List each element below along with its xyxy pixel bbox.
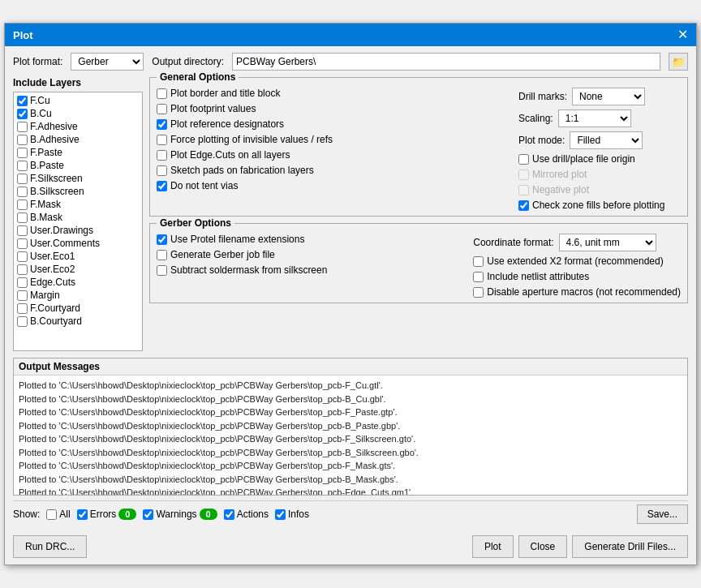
layer-checkbox[interactable] — [17, 238, 28, 249]
disable-aperture-checkbox[interactable] — [473, 287, 484, 298]
output-message-line: Plotted to 'C:\Users\hbowd\Desktop\nixie… — [19, 432, 682, 446]
plot-edge-cuts-checkbox[interactable] — [157, 150, 167, 161]
plot-footprint-values-checkbox[interactable] — [157, 104, 167, 114]
plot-ref-designators-checkbox[interactable] — [157, 119, 167, 130]
output-message-line: Plotted to 'C:\Users\hbowd\Desktop\nixie… — [19, 406, 682, 419]
layer-checkbox[interactable] — [17, 277, 28, 288]
filter-infos-checkbox[interactable] — [275, 509, 286, 520]
layer-name: B.Mask — [30, 212, 62, 223]
generate-job-file-checkbox[interactable] — [157, 250, 167, 260]
folder-browse-button[interactable]: 📁 — [669, 53, 688, 71]
layer-checkbox[interactable] — [17, 187, 28, 197]
output-message-line: Plotted to 'C:\Users\hbowd\Desktop\nixie… — [19, 459, 682, 473]
filter-actions-checkbox[interactable] — [224, 509, 234, 520]
output-message-line: Plotted to 'C:\Users\hbowd\Desktop\nixie… — [19, 473, 682, 487]
layer-checkbox[interactable] — [17, 316, 28, 327]
layer-checkbox[interactable] — [17, 264, 28, 275]
mirrored-plot-checkbox[interactable] — [518, 170, 529, 180]
plot-format-select[interactable]: Gerber PostScript SVG DXF HPGL PDF — [71, 53, 144, 71]
force-plotting-checkbox[interactable] — [157, 135, 167, 145]
layer-checkbox[interactable] — [17, 109, 28, 119]
use-protel-checkbox[interactable] — [157, 234, 167, 245]
option-do-not-tent-vias: Do not tent vias — [157, 180, 509, 191]
generate-job-file-label: Generate Gerber job file — [170, 249, 275, 260]
layer-name: F.Adhesive — [30, 121, 78, 132]
plot-button[interactable]: Plot — [472, 535, 514, 558]
save-button[interactable]: Save... — [637, 504, 688, 524]
layer-item: User.Drawings — [15, 224, 140, 237]
output-dir-input[interactable] — [232, 53, 660, 71]
plot-border-checkbox[interactable] — [157, 88, 167, 99]
coordinate-format-label: Coordinate format: — [473, 237, 553, 248]
layer-name: Margin — [30, 290, 60, 301]
plot-mode-select[interactable]: Filled Sketch — [570, 131, 643, 149]
layer-checkbox[interactable] — [17, 225, 28, 236]
mirrored-plot-label: Mirrored plot — [532, 169, 587, 180]
option-plot-border: Plot border and title block — [157, 88, 509, 99]
layer-name: User.Eco1 — [30, 251, 75, 262]
check-zone-fills-checkbox[interactable] — [518, 200, 529, 211]
filter-infos-label: Infos — [288, 509, 309, 520]
layer-checkbox[interactable] — [17, 200, 28, 210]
extended-x2-label: Use extended X2 format (recommended) — [487, 255, 663, 267]
general-options-group: General Options Plot border and title bl… — [149, 77, 688, 217]
layer-item: F.Cu — [15, 94, 140, 107]
layers-list: F.CuB.CuF.AdhesiveB.AdhesiveF.PasteB.Pas… — [13, 92, 143, 351]
filter-all-checkbox[interactable] — [46, 509, 57, 520]
close-button[interactable]: Close — [518, 535, 568, 558]
generate-drill-button[interactable]: Generate Drill Files... — [572, 535, 688, 558]
output-message-line: Plotted to 'C:\Users\hbowd\Desktop\nixie… — [19, 446, 682, 460]
layer-item: Margin — [15, 289, 140, 302]
coordinate-format-select[interactable]: 4.6, unit mm 4.5, unit mm 4.6, unit inch — [559, 234, 656, 251]
layer-checkbox[interactable] — [17, 122, 28, 132]
layer-checkbox[interactable] — [17, 135, 28, 145]
layer-name: F.Courtyard — [30, 303, 80, 314]
layer-name: B.Adhesive — [30, 134, 80, 145]
check-zone-fills-label: Check zone fills before plotting — [532, 200, 664, 211]
option-plot-footprint-values: Plot footprint values — [157, 103, 509, 114]
layer-item: B.Silkscreen — [15, 185, 140, 198]
sketch-pads-checkbox[interactable] — [157, 165, 167, 176]
plot-edge-cuts-label: Plot Edge.Cuts on all layers — [170, 149, 290, 161]
layer-item: Edge.Cuts — [15, 276, 140, 289]
layer-checkbox[interactable] — [17, 290, 28, 301]
drill-marks-select[interactable]: None Small Full — [572, 88, 645, 105]
layer-checkbox[interactable] — [17, 161, 28, 171]
plot-format-label: Plot format: — [13, 56, 62, 67]
scaling-select[interactable]: 1:1 1:2 2:1 — [558, 109, 631, 127]
layer-checkbox[interactable] — [17, 148, 28, 158]
option-sketch-pads: Sketch pads on fabrication layers — [157, 165, 509, 176]
output-messages-title: Output Messages — [14, 358, 687, 376]
close-icon[interactable]: ✕ — [677, 28, 688, 41]
errors-badge: 0 — [118, 509, 136, 520]
include-netlist-checkbox[interactable] — [473, 272, 484, 282]
gerber-options-group: Gerber Options Use Protel filename exten… — [149, 223, 688, 303]
layer-checkbox[interactable] — [17, 212, 28, 223]
option-plot-edge-cuts: Plot Edge.Cuts on all layers — [157, 149, 509, 161]
layer-checkbox[interactable] — [17, 303, 28, 314]
subtract-soldermask-checkbox[interactable] — [157, 265, 167, 276]
layer-checkbox[interactable] — [17, 251, 28, 262]
do-not-tent-vias-checkbox[interactable] — [157, 181, 167, 191]
scaling-label: Scaling: — [518, 113, 553, 124]
layer-name: B.Cu — [30, 108, 52, 119]
extended-x2-checkbox[interactable] — [473, 256, 484, 267]
use-drill-origin-label: Use drill/place file origin — [532, 153, 635, 165]
layer-checkbox[interactable] — [17, 96, 28, 106]
layer-name: F.Mask — [30, 199, 61, 210]
layer-item: User.Eco1 — [15, 250, 140, 263]
run-drc-button[interactable]: Run DRC... — [13, 535, 87, 558]
filter-errors-checkbox[interactable] — [77, 509, 88, 520]
filter-warnings-checkbox[interactable] — [143, 509, 153, 520]
output-messages-body[interactable]: Plotted to 'C:\Users\hbowd\Desktop\nixie… — [14, 376, 687, 495]
force-plotting-label: Force plotting of invisible values / ref… — [170, 134, 333, 145]
use-drill-origin-checkbox[interactable] — [518, 154, 529, 165]
layer-item: B.Cu — [15, 107, 140, 120]
layer-item: User.Comments — [15, 237, 140, 250]
layer-checkbox[interactable] — [17, 174, 28, 184]
negative-plot-checkbox[interactable] — [518, 185, 529, 195]
plot-window: Plot ✕ Plot format: Gerber PostScript SV… — [4, 23, 697, 565]
filter-warnings: Warnings 0 — [143, 509, 217, 520]
output-message-line: Plotted to 'C:\Users\hbowd\Desktop\nixie… — [19, 486, 682, 495]
layer-item: B.Paste — [15, 159, 140, 172]
